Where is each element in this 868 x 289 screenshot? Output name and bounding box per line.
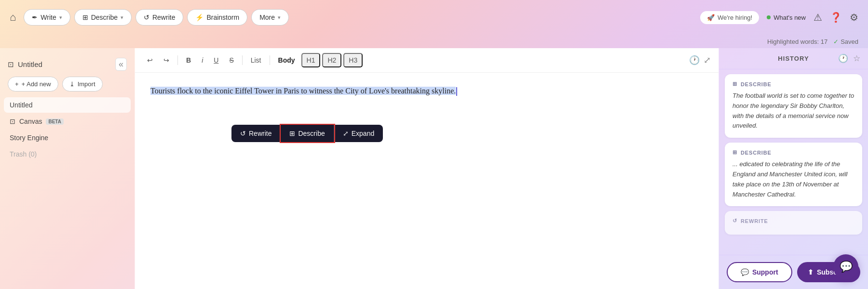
sidebar-collapse-button[interactable]: « — [115, 58, 127, 71]
panel-history-icon[interactable]: 🕐 — [838, 53, 848, 64]
toolbar-right: 🕐 ⤢ — [689, 55, 711, 66]
brainstorm-button[interactable]: ⚡ Brainstorm — [187, 9, 247, 26]
brainstorm-icon: ⚡ — [195, 13, 203, 21]
pen-icon: ✒ — [32, 13, 38, 21]
bold-button[interactable]: B — [182, 54, 195, 66]
story-engine-label: Story Engine — [10, 134, 48, 142]
strikethrough-button[interactable]: S — [225, 54, 238, 66]
editor-area: ↩ ↪ B i U S List Body H1 H2 H3 🕐 ⤢ Touri… — [135, 48, 719, 289]
support-icon: 💬 — [741, 268, 749, 276]
float-describe-icon: ⊞ — [289, 130, 295, 137]
write-label: Write — [41, 13, 56, 21]
history-card-label-2: ↺ REWRITE — [732, 218, 854, 224]
describe-icon: ⊞ — [82, 13, 88, 21]
nav-buttons: ✒ Write ▾ ⊞ Describe ▾ ↺ Rewrite ⚡ Brain… — [24, 9, 700, 26]
float-describe-button[interactable]: ⊞ Describe — [281, 125, 334, 142]
history-card-label-0: ⊞ DESCRIBE — [732, 81, 854, 87]
whats-new-button[interactable]: What's new — [767, 14, 806, 21]
sidebar-item-canvas[interactable]: ⊡ Canvas BETA — [4, 114, 131, 129]
help-icon-button[interactable]: ❓ — [830, 12, 842, 23]
saved-label: Saved — [841, 38, 858, 45]
import-icon: ⤓ — [69, 80, 75, 88]
plus-icon: + — [15, 80, 19, 88]
alert-icon-button[interactable]: ⚠ — [814, 12, 822, 23]
add-new-label: + Add new — [22, 80, 51, 88]
history-icon-button[interactable]: 🕐 — [689, 55, 700, 66]
undo-button[interactable]: ↩ — [143, 54, 157, 66]
h3-button[interactable]: H3 — [343, 53, 363, 67]
history-card-type-2: REWRITE — [741, 218, 768, 224]
editor-text-block: Tourists flock to the iconic Eiffel Towe… — [150, 84, 703, 97]
chat-bubble-button[interactable]: 💬 — [833, 254, 858, 279]
rewrite-button[interactable]: ↺ Rewrite — [136, 9, 183, 26]
describe-button[interactable]: ⊞ Describe ▾ — [74, 9, 132, 26]
describe-chevron: ▾ — [121, 14, 123, 21]
hiring-label: We're hiring! — [718, 14, 752, 21]
right-panel: HISTORY 🕐 ☆ ⊞ DESCRIBE The football worl… — [719, 48, 868, 289]
list-button[interactable]: List — [246, 54, 266, 66]
check-icon: ✓ — [833, 38, 839, 45]
import-label: Import — [78, 80, 95, 88]
hiring-badge[interactable]: 🚀 We're hiring! — [700, 11, 759, 24]
saved-badge: ✓ Saved — [833, 38, 858, 45]
support-button[interactable]: 💬 Support — [727, 262, 792, 282]
body-style-label[interactable]: Body — [274, 54, 299, 66]
rocket-icon: 🚀 — [707, 14, 715, 21]
cursor — [456, 87, 457, 96]
italic-button[interactable]: i — [197, 54, 207, 66]
float-rewrite-label: Rewrite — [249, 130, 271, 137]
write-chevron: ▾ — [59, 14, 62, 21]
editor-content[interactable]: Tourists flock to the iconic Eiffel Towe… — [135, 73, 719, 289]
describe-label: Describe — [91, 13, 118, 21]
add-new-button[interactable]: + + Add new — [8, 77, 58, 92]
rewrite-icon: ↺ — [144, 13, 149, 21]
redo-button[interactable]: ↪ — [159, 54, 174, 66]
secondary-bar: Highlighted words: 17 ✓ Saved — [0, 35, 868, 48]
canvas-label: Canvas — [19, 118, 42, 125]
sidebar-title: ⊡ Untitled — [8, 60, 42, 69]
underline-button[interactable]: U — [209, 54, 223, 66]
panel-content: ⊞ DESCRIBE The football world is set to … — [719, 69, 868, 255]
main-layout: ⊡ Untitled « + + Add new ⤓ Import Untitl… — [0, 48, 868, 289]
panel-star-icon[interactable]: ☆ — [853, 53, 860, 64]
sidebar-item-label: Untitled — [10, 101, 32, 109]
describe-card-icon-0: ⊞ — [732, 81, 737, 87]
expand-icon-button[interactable]: ⤢ — [704, 55, 711, 66]
more-button[interactable]: More ▾ — [251, 9, 289, 26]
trash-label: Trash (0) — [10, 150, 37, 158]
history-card-1[interactable]: ⊞ DESCRIBE ... edicated to celebrating t… — [725, 143, 862, 206]
more-chevron: ▾ — [278, 14, 281, 21]
toolbar-divider-1 — [177, 55, 178, 65]
sidebar-item-untitled[interactable]: Untitled — [4, 97, 131, 113]
home-icon[interactable]: ⌂ — [10, 11, 16, 24]
history-card-text-1: ... edicated to celebrating the life of … — [732, 159, 854, 199]
describe-card-icon-1: ⊞ — [732, 149, 737, 156]
history-card-2[interactable]: ↺ REWRITE — [725, 211, 862, 235]
whats-new-label: What's new — [773, 14, 806, 21]
history-card-0[interactable]: ⊞ DESCRIBE The football world is set to … — [725, 74, 862, 138]
h2-button[interactable]: H2 — [322, 53, 341, 67]
beta-badge: BETA — [46, 118, 63, 125]
float-expand-label: Expand — [352, 130, 374, 137]
subscribe-icon: ⬆ — [808, 268, 814, 276]
nav-right: 🚀 We're hiring! What's new ⚠ ❓ ⚙ — [700, 11, 858, 24]
sidebar-title-text: Untitled — [18, 60, 42, 68]
h1-button[interactable]: H1 — [301, 53, 321, 67]
float-rewrite-button[interactable]: ↺ Rewrite — [231, 125, 281, 142]
settings-icon-button[interactable]: ⚙ — [850, 12, 858, 23]
sidebar-item-trash[interactable]: Trash (0) — [4, 146, 131, 162]
history-card-label-1: ⊞ DESCRIBE — [732, 149, 854, 156]
write-button[interactable]: ✒ Write ▾ — [24, 9, 70, 26]
sidebar: ⊡ Untitled « + + Add new ⤓ Import Untitl… — [0, 48, 135, 289]
panel-header-icons: 🕐 ☆ — [838, 53, 860, 64]
editor-toolbar: ↩ ↪ B i U S List Body H1 H2 H3 🕐 ⤢ — [135, 48, 719, 73]
support-label: Support — [752, 268, 778, 276]
sidebar-item-story-engine[interactable]: Story Engine — [4, 130, 131, 145]
rewrite-card-icon-2: ↺ — [732, 218, 737, 224]
toolbar-divider-3 — [270, 55, 270, 65]
import-button[interactable]: ⤓ Import — [62, 77, 103, 92]
panel-header: HISTORY 🕐 ☆ — [719, 48, 868, 69]
float-expand-button[interactable]: ⤢ Expand — [334, 125, 383, 142]
floating-toolbar: ↺ Rewrite ⊞ Describe ⤢ Expand — [231, 125, 383, 142]
sidebar-nav: Untitled ⊡ Canvas BETA Story Engine Tras… — [0, 97, 135, 162]
